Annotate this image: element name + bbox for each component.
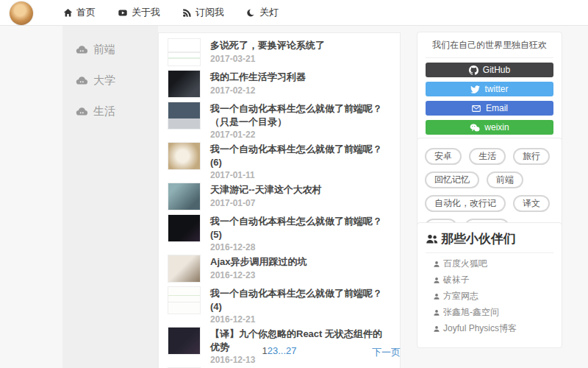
page-ellipsis: ...: [278, 345, 286, 356]
rss-icon: [182, 8, 192, 18]
post-thumbnail: [168, 70, 201, 98]
post-list: 多说死了，要换评论系统了 2017-03-21 我的工作生活学习利器 2017-…: [158, 32, 401, 368]
post-thumbnail: [168, 214, 201, 242]
category-sidebar: 前端 大学 生活: [62, 26, 158, 368]
post-date: 2016-12-23: [210, 270, 306, 280]
post-date: 2016-12-21: [210, 314, 391, 325]
pagination: 123...27 下一页: [158, 345, 401, 360]
social-button-label: twitter: [484, 84, 508, 94]
social-card: 我们在自己的世界里独自狂欢 GitHub twitter Email weixi…: [417, 32, 562, 142]
navbar: 首页 关于我 订阅我 关灯: [0, 0, 588, 26]
nav-item-lights[interactable]: 关灯: [246, 6, 279, 19]
friend-label: 百度火狐吧: [443, 258, 487, 270]
page-numbers: 123...27: [158, 345, 401, 356]
friend-label: 破袜子: [443, 274, 470, 286]
post-date: 2016-12-28: [210, 242, 391, 252]
nav-items: 首页 关于我 订阅我 关灯: [63, 0, 279, 25]
nav-item-label: 关灯: [259, 6, 279, 19]
page-number-current: 1: [262, 345, 267, 356]
post-thumbnail: [168, 38, 201, 66]
sidebar-item-label: 大学: [93, 74, 115, 88]
post-date: 2017-01-07: [210, 198, 322, 208]
post-row[interactable]: 多说死了，要换评论系统了 2017-03-21: [168, 38, 391, 68]
friends-list: 百度火狐吧 破袜子 方室网志 张鑫旭-鑫空间 Joyful Physics博客: [426, 258, 553, 335]
post-date: 2017-01-11: [210, 170, 391, 180]
post-thumbnail: [168, 142, 201, 170]
sidebar-item-label: 生活: [93, 105, 115, 118]
post-row[interactable]: 天津游记--天津这个大农村 2017-01-07: [168, 183, 391, 212]
friend-link[interactable]: 张鑫旭-鑫空间: [433, 306, 553, 319]
page-number[interactable]: 2: [268, 345, 273, 356]
post-title[interactable]: 我一个自动化本科生怎么就做了前端呢？(5): [210, 215, 391, 241]
friend-link[interactable]: 方室网志: [433, 290, 553, 302]
social-button-label: Email: [486, 103, 508, 113]
weixin-button[interactable]: weixin: [426, 120, 553, 135]
post-title[interactable]: 我一个自动化本科生怎么就做了前端呢？(4): [210, 287, 391, 313]
post-thumbnail: [168, 255, 201, 283]
tag-pill[interactable]: 生活: [469, 148, 506, 165]
nav-item-label: 首页: [76, 6, 96, 19]
tag-pill[interactable]: 旅行: [513, 148, 550, 165]
post-thumbnail: [168, 183, 201, 210]
sidebar-item-frontend[interactable]: 前端: [76, 42, 158, 57]
friend-link[interactable]: 破袜子: [433, 274, 553, 286]
post-title[interactable]: 我的工作生活学习利器: [210, 71, 306, 84]
social-button-label: weixin: [484, 122, 509, 132]
friend-link[interactable]: Joyful Physics博客: [433, 322, 553, 335]
tag-pill[interactable]: 前端: [487, 171, 523, 188]
home-icon: [63, 8, 73, 18]
post-title[interactable]: 我一个自动化本科生怎么就做了前端呢？(6): [210, 143, 391, 169]
nav-item-home[interactable]: 首页: [63, 6, 96, 19]
next-page-link[interactable]: 下一页: [372, 346, 401, 359]
post-title[interactable]: 我一个自动化本科生怎么就做了前端呢？（只是一个目录）: [210, 102, 391, 128]
post-row[interactable]: 我一个自动化本科生怎么就做了前端呢？(5) 2016-12-28: [168, 214, 391, 252]
twitter-icon: [470, 85, 480, 94]
user-icon: [433, 277, 440, 284]
post-row[interactable]: 我一个自动化本科生怎么就做了前端呢？(4) 2016-12-21: [168, 286, 391, 325]
friend-label: Joyful Physics博客: [443, 322, 517, 335]
twitter-button[interactable]: twitter: [426, 82, 553, 96]
tag-pill[interactable]: 译文: [513, 195, 550, 212]
page-number[interactable]: 27: [286, 345, 296, 356]
motto-text: 我们在自己的世界里独自狂欢: [426, 39, 553, 58]
post-row[interactable]: 我一个自动化本科生怎么就做了前端呢？(6) 2017-01-11: [168, 142, 391, 180]
github-button[interactable]: GitHub: [426, 63, 553, 77]
post-title[interactable]: 天津游记--天津这个大农村: [210, 183, 322, 197]
user-icon: [433, 261, 440, 268]
tag-pill[interactable]: 回忆记忆: [425, 171, 479, 188]
user-icon: [433, 293, 440, 300]
wechat-icon: [470, 123, 480, 132]
post-row[interactable]: Ajax异步调用踩过的坑 2016-12-23: [168, 255, 391, 284]
cloud-icon: [76, 75, 88, 85]
post-row[interactable]: 我的工作生活学习利器 2017-02-12: [168, 70, 391, 99]
social-button-label: GitHub: [483, 65, 510, 75]
nav-item-label: 关于我: [132, 6, 160, 19]
cloud-icon: [76, 44, 88, 54]
post-date: 2017-03-21: [210, 54, 325, 64]
friend-link[interactable]: 百度火狐吧: [433, 258, 553, 270]
post-date: 2017-02-12: [210, 85, 306, 96]
tag-pill[interactable]: 自动化，改行记: [425, 195, 506, 212]
nav-item-about[interactable]: 关于我: [118, 6, 160, 19]
post-thumbnail: [168, 286, 201, 314]
sidebar-item-label: 前端: [93, 43, 115, 57]
nav-item-subscribe[interactable]: 订阅我: [182, 6, 224, 19]
email-icon: [471, 104, 481, 113]
post-title[interactable]: 多说死了，要换评论系统了: [210, 39, 325, 52]
email-button[interactable]: Email: [426, 101, 553, 116]
post-title[interactable]: Ajax异步调用踩过的坑: [210, 255, 306, 269]
moon-icon: [246, 8, 256, 18]
sidebar-item-life[interactable]: 生活: [76, 104, 158, 118]
cloud-icon: [76, 106, 88, 116]
post-thumbnail: [168, 102, 201, 130]
friend-label: 张鑫旭-鑫空间: [443, 306, 499, 319]
github-icon: [469, 66, 478, 75]
avatar[interactable]: [10, 1, 33, 25]
page-body: 前端 大学 生活 多说死了，要换评论系统了 2017-03-21 我的工作生活学…: [0, 26, 588, 368]
tag-pill[interactable]: 安卓: [425, 148, 462, 165]
friends-title: 那些小伙伴们: [426, 230, 553, 253]
sidebar-item-university[interactable]: 大学: [76, 73, 158, 88]
friends-title-label: 那些小伙伴们: [441, 230, 516, 247]
post-row[interactable]: 我一个自动化本科生怎么就做了前端呢？（只是一个目录） 2017-01-22: [168, 102, 391, 140]
post-date: 2017-01-22: [210, 130, 391, 140]
